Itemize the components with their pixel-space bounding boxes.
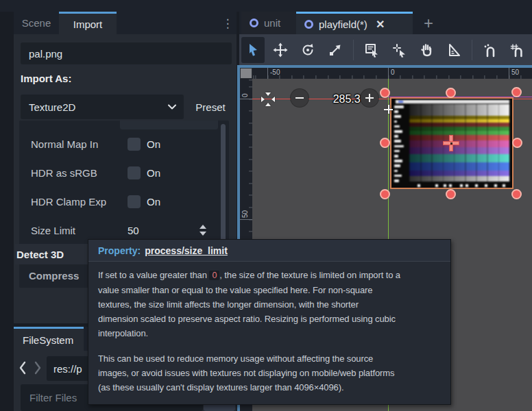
pan-tool-button[interactable]	[415, 37, 438, 63]
texture-bottom-dot	[466, 184, 468, 187]
selection-handle-mid-left[interactable]	[380, 138, 390, 148]
checkbox-on-label: On	[147, 196, 160, 208]
ruler-label: 50	[241, 210, 249, 218]
tab-filesystem[interactable]: FileSystem	[14, 327, 84, 351]
spinbox-updown-icon[interactable]	[199, 224, 207, 236]
window-top-strip	[0, 0, 532, 12]
scene-tabbar: unit playfield(*) ✕ +	[239, 12, 532, 34]
texture-bottom-dot	[494, 184, 497, 187]
godot-editor-window: Scene Import ⋮ pal.png Import As: Textur…	[0, 0, 532, 411]
list-select-tool-button[interactable]	[360, 37, 383, 63]
close-icon[interactable]: ✕	[376, 18, 385, 31]
ruler-icon	[446, 42, 461, 58]
selection-handle-top-center[interactable]	[446, 88, 456, 98]
selection-handle-bottom-right[interactable]	[511, 189, 522, 199]
property-row-normal-map: Normal Map In On	[19, 133, 229, 155]
scene-tab-label: unit	[264, 17, 280, 29]
point-select-tool-button[interactable]	[387, 37, 411, 63]
filesystem-path-text: res://p	[53, 363, 82, 375]
smart-snap-button[interactable]	[479, 37, 502, 63]
ruler-label: 0	[241, 93, 249, 97]
selection-handle-mid-right[interactable]	[512, 138, 522, 148]
pivot-marker[interactable]	[443, 135, 459, 151]
node-origin-gizmo[interactable]	[384, 105, 393, 114]
scene-tab-unit[interactable]: unit	[241, 12, 296, 34]
chevron-down-icon	[167, 103, 177, 110]
scene-icon	[304, 20, 313, 29]
toolbar-separator	[472, 40, 472, 60]
filesystem-tab-label: FileSystem	[23, 334, 73, 346]
scale-tool-button[interactable]	[324, 37, 347, 63]
checkbox-hdr-srgb[interactable]	[128, 166, 141, 179]
category-label: Detect 3D	[16, 249, 64, 260]
selection-handle-bottom-left[interactable]	[380, 189, 390, 199]
move-tool-button[interactable]	[269, 37, 292, 63]
texture-label-mark	[394, 145, 404, 148]
new-scene-tab-button[interactable]: +	[419, 13, 438, 34]
canvas-toolbar	[239, 34, 532, 65]
checkbox-on-label: On	[147, 138, 160, 150]
property-help-tooltip: Property: process/size_limit If set to a…	[88, 239, 451, 405]
select-tool-button[interactable]	[241, 37, 265, 63]
texture-label-mark	[394, 160, 402, 162]
scale-icon	[328, 42, 343, 58]
imported-filename-field[interactable]: pal.png	[21, 42, 232, 64]
ruler-label: 50	[511, 68, 519, 76]
texture-bottom-dot	[435, 184, 438, 187]
texture-label-mark	[394, 130, 402, 133]
preset-button[interactable]: Preset	[189, 95, 232, 119]
tab-scene[interactable]: Scene	[14, 12, 59, 34]
scene-tab-label: playfield(*)	[319, 18, 367, 30]
center-view-icon[interactable]	[259, 90, 277, 108]
tooltip-title-prefix: Property:	[98, 245, 141, 256]
plus-icon	[365, 97, 374, 99]
texture-bottom-dot	[475, 184, 478, 187]
texture-label-mark	[394, 135, 398, 138]
checkbox-normal-map[interactable]	[128, 138, 141, 151]
property-label: HDR as sRGB	[31, 167, 97, 179]
texture-label-mark	[394, 175, 402, 177]
list-select-icon	[364, 42, 379, 58]
checkbox-hdr-clamp[interactable]	[128, 195, 141, 208]
scene-icon	[250, 18, 258, 27]
nav-back-icon[interactable]	[16, 359, 29, 377]
ruler-tool-button[interactable]	[442, 37, 466, 63]
grid-snap-button[interactable]	[506, 37, 529, 63]
horizontal-ruler: -50 0 50	[252, 68, 532, 79]
nav-forward-icon[interactable]	[32, 359, 44, 377]
tab-import-label: Import	[73, 18, 103, 30]
property-label: HDR Clamp Exp	[31, 196, 106, 208]
texture-label-mark	[394, 105, 404, 108]
zoom-out-button[interactable]	[291, 89, 309, 107]
tab-import[interactable]: Import	[59, 12, 117, 34]
property-row-hdr-clamp: HDR Clamp Exp On	[19, 190, 229, 212]
rotate-tool-button[interactable]	[296, 37, 319, 63]
import-type-dropdown[interactable]: Texture2D	[21, 95, 184, 119]
selection-handle-top-right[interactable]	[511, 87, 522, 97]
grid-snap-magnet-icon	[510, 42, 525, 58]
left-dock-tabbar: Scene Import	[14, 12, 237, 34]
select-arrow-icon	[245, 42, 261, 58]
texture-label-mark	[394, 115, 401, 118]
smart-snap-magnet-icon	[483, 42, 498, 58]
texture-bottom-dot	[449, 184, 452, 187]
ruler-label: 0	[391, 68, 395, 76]
partial-property-field[interactable]	[120, 121, 218, 129]
pan-hand-icon	[419, 42, 434, 58]
selection-handle-top-left[interactable]	[380, 88, 390, 98]
zoom-in-button[interactable]	[361, 89, 378, 107]
dock-menu-kebab-icon[interactable]: ⋮	[221, 14, 234, 33]
selection-handle-bottom-center[interactable]	[446, 189, 456, 199]
scene-tab-playfield[interactable]: playfield(*) ✕	[296, 12, 413, 34]
property-label: Normal Map In	[31, 138, 98, 150]
properties-scrollbar[interactable]	[221, 124, 226, 242]
texture-bottom-dot	[503, 184, 505, 187]
ruler-corner	[240, 68, 252, 79]
toolbar-separator	[353, 40, 354, 60]
texture-label-mark	[394, 164, 400, 167]
property-row-size-limit: Size Limit 50	[19, 219, 229, 241]
property-row-hdr-srgb: HDR as sRGB On	[19, 162, 229, 184]
filter-placeholder: Filter Files	[29, 392, 77, 403]
size-limit-value[interactable]: 50	[128, 225, 139, 236]
category-compress[interactable]: Compress	[29, 270, 79, 282]
